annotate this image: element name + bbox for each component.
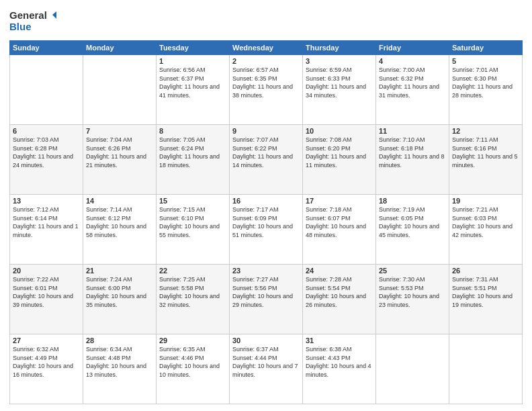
svg-text:General: General <box>9 9 47 21</box>
day-number: 1 <box>159 57 226 65</box>
day-info: Sunrise: 7:08 AMSunset: 6:20 PMDaylight:… <box>306 136 373 169</box>
day-number: 15 <box>159 197 226 205</box>
day-number: 31 <box>306 336 373 345</box>
calendar-cell: 7Sunrise: 7:04 AMSunset: 6:26 PMDaylight… <box>83 125 157 195</box>
day-number: 30 <box>232 336 300 345</box>
calendar-cell: 25Sunrise: 7:30 AMSunset: 5:53 PMDayligh… <box>376 265 449 334</box>
day-info: Sunrise: 7:30 AMSunset: 5:53 PMDaylight:… <box>379 275 446 309</box>
weekday-header: Saturday <box>449 41 523 55</box>
header: General Blue <box>9 8 523 35</box>
day-info: Sunrise: 6:35 AMSunset: 4:46 PMDaylight:… <box>159 345 226 379</box>
day-number: 3 <box>306 57 373 65</box>
day-info: Sunrise: 7:17 AMSunset: 6:09 PMDaylight:… <box>232 205 300 239</box>
calendar-cell: 12Sunrise: 7:11 AMSunset: 6:16 PMDayligh… <box>449 125 523 195</box>
calendar-cell: 30Sunrise: 6:37 AMSunset: 4:44 PMDayligh… <box>230 334 303 404</box>
calendar-cell: 19Sunrise: 7:21 AMSunset: 6:03 PMDayligh… <box>449 195 523 265</box>
day-info: Sunrise: 7:14 AMSunset: 6:12 PMDaylight:… <box>86 205 153 239</box>
day-number: 9 <box>232 127 300 135</box>
day-number: 4 <box>379 57 446 65</box>
calendar-week-row: 20Sunrise: 7:22 AMSunset: 6:01 PMDayligh… <box>10 265 523 334</box>
calendar-cell: 13Sunrise: 7:12 AMSunset: 6:14 PMDayligh… <box>10 195 83 265</box>
day-number: 18 <box>379 197 446 205</box>
day-number: 28 <box>86 336 153 345</box>
calendar-cell: 1Sunrise: 6:56 AMSunset: 6:37 PMDaylight… <box>157 55 230 125</box>
day-info: Sunrise: 6:38 AMSunset: 4:43 PMDaylight:… <box>306 345 373 379</box>
day-number: 11 <box>379 127 446 135</box>
day-info: Sunrise: 7:28 AMSunset: 5:54 PMDaylight:… <box>306 275 373 309</box>
calendar-cell <box>449 334 523 404</box>
day-number: 20 <box>13 267 80 275</box>
calendar-cell: 26Sunrise: 7:31 AMSunset: 5:51 PMDayligh… <box>449 265 523 334</box>
calendar-cell: 28Sunrise: 6:34 AMSunset: 4:48 PMDayligh… <box>83 334 157 404</box>
calendar-cell: 16Sunrise: 7:17 AMSunset: 6:09 PMDayligh… <box>230 195 303 265</box>
day-info: Sunrise: 6:57 AMSunset: 6:35 PMDaylight:… <box>232 66 300 99</box>
calendar-cell: 31Sunrise: 6:38 AMSunset: 4:43 PMDayligh… <box>303 334 376 404</box>
svg-marker-2 <box>52 11 56 19</box>
day-info: Sunrise: 7:25 AMSunset: 5:58 PMDaylight:… <box>159 275 226 309</box>
day-number: 17 <box>306 197 373 205</box>
weekday-header: Sunday <box>10 41 83 55</box>
day-info: Sunrise: 7:18 AMSunset: 6:07 PMDaylight:… <box>306 205 373 239</box>
calendar-cell: 23Sunrise: 7:27 AMSunset: 5:56 PMDayligh… <box>230 265 303 334</box>
day-number: 25 <box>379 267 446 275</box>
day-info: Sunrise: 6:59 AMSunset: 6:33 PMDaylight:… <box>306 66 373 99</box>
calendar-cell: 9Sunrise: 7:07 AMSunset: 6:22 PMDaylight… <box>230 125 303 195</box>
day-number: 22 <box>159 267 226 275</box>
calendar-week-row: 1Sunrise: 6:56 AMSunset: 6:37 PMDaylight… <box>10 55 523 125</box>
calendar-week-row: 6Sunrise: 7:03 AMSunset: 6:28 PMDaylight… <box>10 125 523 195</box>
weekday-header: Wednesday <box>230 41 303 55</box>
day-number: 16 <box>232 197 300 205</box>
day-number: 2 <box>232 57 300 65</box>
calendar-cell: 2Sunrise: 6:57 AMSunset: 6:35 PMDaylight… <box>230 55 303 125</box>
calendar-cell: 22Sunrise: 7:25 AMSunset: 5:58 PMDayligh… <box>157 265 230 334</box>
calendar-cell: 4Sunrise: 7:00 AMSunset: 6:32 PMDaylight… <box>376 55 449 125</box>
day-info: Sunrise: 7:21 AMSunset: 6:03 PMDaylight:… <box>452 205 519 239</box>
day-info: Sunrise: 7:19 AMSunset: 6:05 PMDaylight:… <box>379 205 446 239</box>
logo: General Blue <box>9 8 56 35</box>
day-number: 6 <box>13 127 80 135</box>
day-number: 27 <box>13 336 80 345</box>
day-number: 24 <box>306 267 373 275</box>
calendar-header-row: SundayMondayTuesdayWednesdayThursdayFrid… <box>10 41 523 55</box>
calendar-cell <box>376 334 449 404</box>
calendar-week-row: 13Sunrise: 7:12 AMSunset: 6:14 PMDayligh… <box>10 195 523 265</box>
calendar-cell: 10Sunrise: 7:08 AMSunset: 6:20 PMDayligh… <box>303 125 376 195</box>
day-number: 5 <box>452 57 519 65</box>
day-info: Sunrise: 7:11 AMSunset: 6:16 PMDaylight:… <box>452 136 519 169</box>
day-info: Sunrise: 7:27 AMSunset: 5:56 PMDaylight:… <box>232 275 300 309</box>
weekday-header: Tuesday <box>157 41 230 55</box>
day-number: 8 <box>159 127 226 135</box>
day-number: 29 <box>159 336 226 345</box>
calendar-cell: 18Sunrise: 7:19 AMSunset: 6:05 PMDayligh… <box>376 195 449 265</box>
day-number: 10 <box>306 127 373 135</box>
day-number: 7 <box>86 127 153 135</box>
day-info: Sunrise: 7:31 AMSunset: 5:51 PMDaylight:… <box>452 275 519 309</box>
day-number: 23 <box>232 267 300 275</box>
weekday-header: Friday <box>376 41 449 55</box>
calendar-cell: 14Sunrise: 7:14 AMSunset: 6:12 PMDayligh… <box>83 195 157 265</box>
day-number: 26 <box>452 267 519 275</box>
day-number: 13 <box>13 197 80 205</box>
day-info: Sunrise: 6:32 AMSunset: 4:49 PMDaylight:… <box>13 345 80 379</box>
day-info: Sunrise: 7:03 AMSunset: 6:28 PMDaylight:… <box>13 136 80 169</box>
day-number: 14 <box>86 197 153 205</box>
calendar-cell <box>83 55 157 125</box>
calendar-cell: 11Sunrise: 7:10 AMSunset: 6:18 PMDayligh… <box>376 125 449 195</box>
day-info: Sunrise: 7:07 AMSunset: 6:22 PMDaylight:… <box>232 136 300 169</box>
calendar-cell <box>10 55 83 125</box>
day-info: Sunrise: 7:15 AMSunset: 6:10 PMDaylight:… <box>159 205 226 239</box>
calendar-cell: 8Sunrise: 7:05 AMSunset: 6:24 PMDaylight… <box>157 125 230 195</box>
day-info: Sunrise: 7:12 AMSunset: 6:14 PMDaylight:… <box>13 205 80 239</box>
calendar-cell: 3Sunrise: 6:59 AMSunset: 6:33 PMDaylight… <box>303 55 376 125</box>
calendar-cell: 21Sunrise: 7:24 AMSunset: 6:00 PMDayligh… <box>83 265 157 334</box>
calendar-cell: 29Sunrise: 6:35 AMSunset: 4:46 PMDayligh… <box>157 334 230 404</box>
day-info: Sunrise: 7:01 AMSunset: 6:30 PMDaylight:… <box>452 66 519 99</box>
day-number: 12 <box>452 127 519 135</box>
calendar-cell: 27Sunrise: 6:32 AMSunset: 4:49 PMDayligh… <box>10 334 83 404</box>
day-number: 19 <box>452 197 519 205</box>
calendar-cell: 6Sunrise: 7:03 AMSunset: 6:28 PMDaylight… <box>10 125 83 195</box>
calendar-cell: 20Sunrise: 7:22 AMSunset: 6:01 PMDayligh… <box>10 265 83 334</box>
weekday-header: Monday <box>83 41 157 55</box>
day-info: Sunrise: 6:37 AMSunset: 4:44 PMDaylight:… <box>232 345 300 379</box>
page-container: General Blue SundayMondayTuesdayWednesda… <box>0 0 532 411</box>
